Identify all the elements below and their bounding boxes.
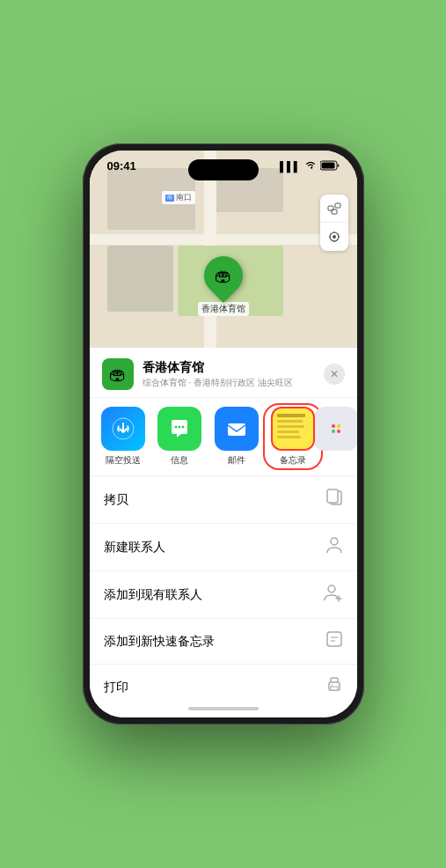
svg-rect-15 xyxy=(228,423,245,436)
new-contact-label: 新建联系人 xyxy=(104,540,165,555)
svg-rect-26 xyxy=(331,687,338,690)
action-list: 拷贝 新建联系人 xyxy=(90,476,357,703)
messages-label: 信息 xyxy=(171,454,188,467)
status-time: 09:41 xyxy=(107,159,136,173)
airdrop-icon xyxy=(101,407,145,451)
location-info: 香港体育馆 综合体育馆 · 香港特别行政区 油尖旺区 xyxy=(143,360,315,389)
dot-row-1 xyxy=(332,424,340,428)
location-name: 香港体育馆 xyxy=(143,360,315,376)
messages-icon xyxy=(157,407,201,451)
note-line xyxy=(277,420,303,423)
location-description: 综合体育馆 · 香港特别行政区 油尖旺区 xyxy=(143,377,315,389)
wifi-icon xyxy=(304,160,317,172)
mail-icon xyxy=(215,407,259,451)
notes-label: 备忘录 xyxy=(280,454,306,467)
map-controls xyxy=(320,195,348,251)
share-item-mail[interactable]: 邮件 xyxy=(209,407,262,467)
status-icons: ▌▌▌ xyxy=(280,160,339,173)
action-item-new-contact[interactable]: 新建联系人 xyxy=(90,524,357,571)
location-header: 🏟 香港体育馆 综合体育馆 · 香港特别行政区 油尖旺区 ✕ xyxy=(90,348,357,398)
copy-label: 拷贝 xyxy=(104,492,128,508)
more-icon xyxy=(314,407,356,451)
map-road xyxy=(90,234,357,245)
person-plus-icon xyxy=(324,583,343,607)
svg-point-10 xyxy=(333,235,336,239)
dot-green xyxy=(332,430,335,433)
svg-rect-3 xyxy=(335,203,340,208)
pin-label: 香港体育馆 xyxy=(198,302,249,316)
notes-icon xyxy=(271,407,315,451)
map-type-button[interactable] xyxy=(320,195,348,223)
pin-shape: 🏟 xyxy=(195,248,250,303)
note-line xyxy=(277,425,304,428)
dynamic-island xyxy=(188,159,259,180)
svg-point-12 xyxy=(175,426,178,429)
share-icons-row: 隔空投送 信息 xyxy=(90,398,357,476)
dot-red2 xyxy=(337,430,340,433)
action-item-quick-note[interactable]: 添加到新快速备忘录 xyxy=(90,619,357,665)
mail-label: 邮件 xyxy=(228,454,245,467)
location-stadium-icon: 🏟 xyxy=(109,364,127,385)
share-item-notes[interactable]: 备忘录 xyxy=(267,407,319,467)
battery-icon xyxy=(320,160,340,173)
svg-point-13 xyxy=(179,426,181,429)
map-label: 南 南口 xyxy=(162,191,195,204)
copy-icon xyxy=(325,488,343,511)
home-indicator-area xyxy=(90,703,357,717)
svg-point-19 xyxy=(328,585,335,592)
note-line xyxy=(277,414,305,417)
note-line xyxy=(277,436,301,438)
pin-stadium-icon: 🏟 xyxy=(215,266,232,286)
signal-icon: ▌▌▌ xyxy=(280,161,300,172)
note-line xyxy=(277,430,299,433)
location-icon: 🏟 xyxy=(102,358,134,390)
more-dots xyxy=(332,424,340,433)
dot-yellow xyxy=(337,424,340,428)
quick-note-label: 添加到新快速备忘录 xyxy=(104,634,215,650)
notes-icon-inner xyxy=(273,408,313,449)
phone-screen: 09:41 ▌▌▌ xyxy=(90,151,357,717)
map-label-icon: 南 xyxy=(165,195,174,202)
svg-rect-22 xyxy=(327,632,341,646)
airdrop-label: 隔空投送 xyxy=(106,454,141,467)
phone-frame: 09:41 ▌▌▌ xyxy=(83,143,364,725)
print-label: 打印 xyxy=(104,680,128,695)
location-button[interactable] xyxy=(320,223,348,251)
svg-point-18 xyxy=(331,538,338,545)
note-icon xyxy=(325,630,343,652)
svg-point-14 xyxy=(182,426,185,429)
svg-rect-1 xyxy=(321,162,334,168)
share-item-messages[interactable]: 信息 xyxy=(153,407,206,467)
action-item-add-contact[interactable]: 添加到现有联系人 xyxy=(90,571,357,619)
home-indicator xyxy=(188,707,259,710)
print-icon xyxy=(325,676,343,698)
map-block xyxy=(107,246,173,312)
person-icon xyxy=(325,535,343,559)
add-contact-label: 添加到现有联系人 xyxy=(104,587,202,603)
dot-red xyxy=(332,424,335,428)
share-item-airdrop[interactable]: 隔空投送 xyxy=(97,407,150,467)
action-item-copy[interactable]: 拷贝 xyxy=(90,476,357,524)
action-item-print[interactable]: 打印 xyxy=(90,665,357,703)
share-item-more[interactable] xyxy=(323,407,349,467)
close-button[interactable]: ✕ xyxy=(324,364,345,385)
svg-point-27 xyxy=(331,684,333,686)
close-icon: ✕ xyxy=(330,368,339,380)
svg-rect-17 xyxy=(327,489,338,503)
map-block xyxy=(107,203,178,230)
stadium-pin: 🏟 香港体育馆 xyxy=(198,256,249,316)
dot-row-2 xyxy=(332,430,340,433)
bottom-sheet: 🏟 香港体育馆 综合体育馆 · 香港特别行政区 油尖旺区 ✕ xyxy=(90,348,357,717)
